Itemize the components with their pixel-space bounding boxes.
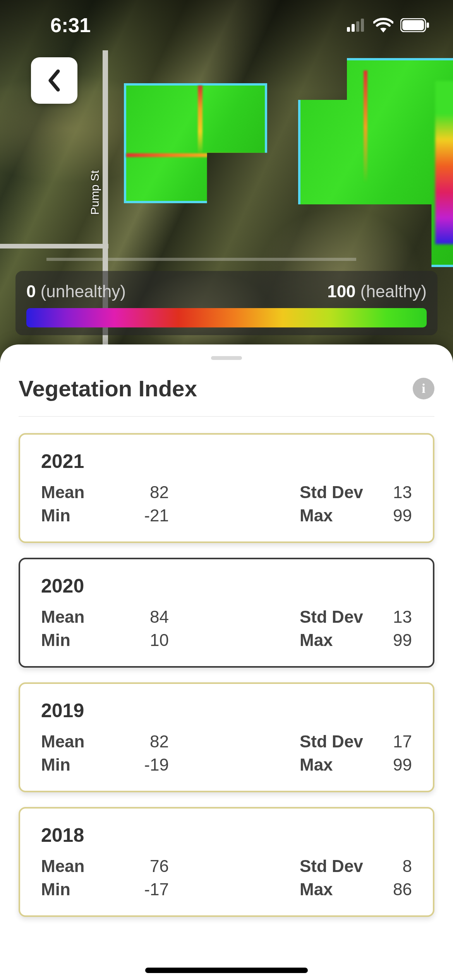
year-label: 2018: [41, 824, 412, 846]
year-card[interactable]: 2020Mean84Std Dev13Min10Max99: [19, 558, 434, 668]
status-bar: 6:31: [0, 0, 453, 50]
cellular-icon: [347, 19, 366, 32]
stat-label-min: Min: [41, 506, 107, 525]
back-button[interactable]: [31, 57, 77, 104]
stat-label-mean: Mean: [41, 732, 107, 751]
stat-value-mean: 82: [107, 732, 169, 751]
field-overlay-left[interactable]: [124, 83, 267, 203]
svg-rect-5: [402, 20, 424, 30]
year-card[interactable]: 2019Mean82Std Dev17Min-19Max99: [19, 682, 434, 792]
year-label: 2019: [41, 699, 412, 722]
info-button[interactable]: i: [413, 378, 434, 399]
stat-value-stddev: 8: [365, 857, 412, 876]
year-card[interactable]: 2018Mean76Std Dev8Min-17Max86: [19, 807, 434, 917]
stat-value-min: -17: [107, 880, 169, 899]
stat-label-stddev: Std Dev: [300, 732, 365, 751]
stat-value-stddev: 13: [365, 483, 412, 502]
stat-value-min: -21: [107, 506, 169, 525]
stat-label-min: Min: [41, 755, 107, 774]
stat-label-stddev: Std Dev: [300, 607, 365, 627]
road-label-pump-st: Pump St: [88, 170, 101, 215]
status-time: 6:31: [50, 14, 91, 37]
stat-label-max: Max: [300, 506, 365, 525]
stat-label-mean: Mean: [41, 607, 107, 627]
stat-label-min: Min: [41, 630, 107, 650]
stat-label-max: Max: [300, 880, 365, 899]
stat-label-min: Min: [41, 880, 107, 899]
stat-value-mean: 76: [107, 857, 169, 876]
svg-rect-6: [427, 22, 429, 28]
year-label: 2020: [41, 575, 412, 597]
stat-value-max: 86: [365, 880, 412, 899]
year-label: 2021: [41, 450, 412, 473]
bottom-sheet[interactable]: Vegetation Index i 2021Mean82Std Dev13Mi…: [0, 344, 453, 980]
stat-label-max: Max: [300, 755, 365, 774]
field-overlay-right[interactable]: [298, 58, 453, 267]
status-icons: [347, 18, 430, 33]
legend-high: 100 (healthy): [327, 282, 427, 301]
stat-label-stddev: Std Dev: [300, 483, 365, 502]
stat-label-mean: Mean: [41, 857, 107, 876]
wifi-icon: [373, 18, 393, 33]
sheet-grabber[interactable]: [211, 356, 242, 360]
stat-value-stddev: 13: [365, 607, 412, 627]
battery-icon: [400, 18, 430, 32]
home-indicator[interactable]: [145, 968, 308, 973]
svg-rect-2: [356, 21, 359, 32]
sheet-title: Vegetation Index: [19, 375, 197, 401]
stat-value-min: 10: [107, 630, 169, 650]
info-icon: i: [422, 381, 425, 396]
svg-rect-0: [347, 27, 350, 32]
legend-gradient: [26, 308, 427, 327]
stat-value-stddev: 17: [365, 732, 412, 751]
stat-value-min: -19: [107, 755, 169, 774]
stat-value-max: 99: [365, 755, 412, 774]
map-road: [46, 258, 356, 261]
map-road: [0, 244, 108, 248]
svg-rect-1: [352, 24, 355, 32]
chevron-left-icon: [46, 69, 62, 92]
stat-value-max: 99: [365, 630, 412, 650]
legend-low: 0 (unhealthy): [26, 282, 126, 301]
year-card[interactable]: 2021Mean82Std Dev13Min-21Max99: [19, 433, 434, 543]
stat-value-max: 99: [365, 506, 412, 525]
svg-rect-3: [361, 19, 364, 32]
color-legend: 0 (unhealthy) 100 (healthy): [15, 271, 438, 335]
stat-label-stddev: Std Dev: [300, 857, 365, 876]
stat-label-max: Max: [300, 630, 365, 650]
stat-value-mean: 84: [107, 607, 169, 627]
stat-label-mean: Mean: [41, 483, 107, 502]
stat-value-mean: 82: [107, 483, 169, 502]
